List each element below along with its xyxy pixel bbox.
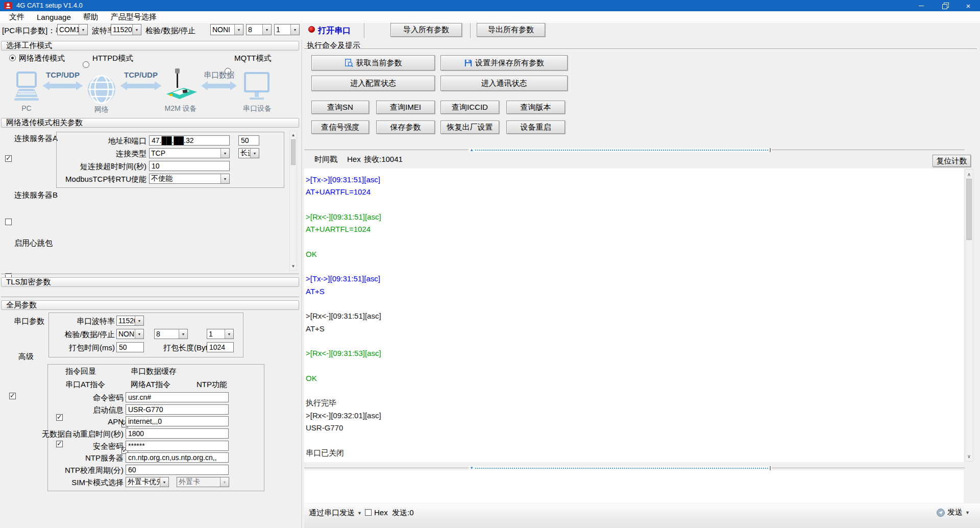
- send-hex-label[interactable]: Hex: [374, 508, 388, 517]
- export-params-button[interactable]: 导出所有参数: [477, 23, 545, 37]
- short-timeout-input[interactable]: 10: [149, 161, 230, 171]
- net-params-scrollbar[interactable]: ▲ ▼: [289, 131, 297, 271]
- chevron-down-icon[interactable]: ▼: [160, 477, 168, 487]
- cmd-password-input[interactable]: usr.cn#: [126, 392, 229, 402]
- radio-net-transparent-label[interactable]: 网络透传模式: [19, 54, 65, 63]
- pack-time-input[interactable]: 50: [116, 342, 144, 352]
- serial-cache-label[interactable]: 串口数据缓存: [131, 367, 177, 376]
- query-iccid-button[interactable]: 查询ICCID: [440, 101, 499, 114]
- radio-mqtt-label[interactable]: MQTT模式: [234, 54, 272, 63]
- security-password-input[interactable]: ******: [126, 441, 229, 451]
- close-button[interactable]: ×: [957, 0, 980, 11]
- save-params-button[interactable]: 保存参数: [376, 121, 435, 134]
- chevron-down-icon[interactable]: ▼: [250, 149, 259, 158]
- enter-config-button[interactable]: 进入配置状态: [311, 76, 435, 91]
- minimize-icon: [919, 6, 924, 6]
- query-sn-button[interactable]: 查询SN: [311, 101, 369, 114]
- advanced-label[interactable]: 高级: [18, 352, 34, 362]
- log-scrollbar[interactable]: ∧ ∨: [965, 169, 973, 462]
- menu-file[interactable]: 文件: [3, 11, 31, 23]
- ntp-label[interactable]: NTP功能: [197, 380, 227, 390]
- server-a-label[interactable]: 连接服务器A: [14, 134, 58, 143]
- query-imei-button[interactable]: 查询IMEI: [376, 101, 435, 114]
- modbus-select[interactable]: 不使能▼: [149, 174, 230, 184]
- stopbits-select[interactable]: 1▼: [274, 24, 300, 35]
- chevron-down-icon[interactable]: ▼: [132, 25, 141, 35]
- send-button[interactable]: 发送 ▼: [937, 508, 970, 517]
- serial-baud-select[interactable]: 115200▼: [116, 316, 144, 326]
- device-restart-button[interactable]: 设备重启: [506, 121, 565, 134]
- restore-button[interactable]: [933, 0, 957, 11]
- query-signal-button[interactable]: 查信号强度: [311, 121, 369, 134]
- timestamp-label[interactable]: 时间戳: [314, 155, 337, 164]
- databits-select[interactable]: 8▼: [246, 24, 272, 35]
- log-splitter-handle[interactable]: ▲: [469, 148, 772, 152]
- radio-net-transparent-mode[interactable]: [9, 55, 16, 61]
- send-hex-checkbox[interactable]: [365, 509, 372, 516]
- sim-mode-label: SIM卡模式选择: [20, 478, 124, 488]
- server-a-address-input[interactable]: 47.██.██.32: [149, 135, 230, 146]
- no-data-restart-input[interactable]: 1800: [126, 428, 229, 439]
- scrollbar-thumb[interactable]: [291, 139, 296, 165]
- set-save-params-button[interactable]: 设置并保存所有参数: [440, 55, 568, 70]
- chevron-down-icon[interactable]: ▼: [220, 149, 229, 158]
- heartbeat-label[interactable]: 启用心跳包: [14, 238, 53, 248]
- chevron-down-icon[interactable]: ▼: [290, 25, 299, 35]
- server-b-label[interactable]: 连接服务器B: [14, 190, 58, 200]
- ntp-server-input[interactable]: cn.ntp.org.cn,us.ntp.org.cn,,: [126, 452, 229, 463]
- chevron-down-icon[interactable]: ▼: [135, 329, 143, 339]
- boot-message-input[interactable]: USR-G770: [126, 404, 229, 415]
- open-port-button[interactable]: 打开串口: [318, 26, 351, 36]
- scroll-down-icon[interactable]: ∨: [965, 453, 973, 459]
- chevron-down-icon[interactable]: ▼: [135, 316, 143, 325]
- send-splitter-handle[interactable]: ▼: [469, 466, 772, 470]
- send-via-serial-dropdown[interactable]: 通过串口发送 ▼: [309, 508, 362, 518]
- log-output[interactable]: >[Tx->][09:31:51][asc] AT+UARTFL=1024 >[…: [304, 169, 964, 462]
- import-params-button[interactable]: 导入所有参数: [390, 23, 462, 37]
- menu-help[interactable]: 帮助: [77, 11, 105, 23]
- menu-language[interactable]: Language: [31, 12, 77, 22]
- menu-product-model[interactable]: 产品型号选择: [105, 11, 163, 23]
- chevron-down-icon[interactable]: ▼: [220, 174, 229, 183]
- tls-params-header[interactable]: TLS加密参数: [1, 277, 299, 287]
- serial-parity-select[interactable]: NONE▼: [116, 329, 144, 339]
- serial-at-label[interactable]: 串口AT指令: [65, 380, 105, 390]
- advanced-checkbox[interactable]: [9, 393, 16, 399]
- scroll-up-icon[interactable]: ▲: [290, 133, 297, 137]
- baud-select[interactable]: 115200▼: [111, 24, 141, 35]
- chevron-down-icon[interactable]: ▼: [179, 329, 187, 339]
- scroll-down-icon[interactable]: ▼: [290, 264, 297, 269]
- scrollbar-thumb[interactable]: [966, 179, 972, 240]
- chevron-down-icon[interactable]: ▼: [225, 329, 233, 339]
- serial-stopbits-select[interactable]: 1▼: [207, 329, 234, 339]
- log-line: 执行完毕: [306, 397, 381, 409]
- sim-primary-select[interactable]: 外置卡优先▼: [126, 477, 169, 487]
- query-version-button[interactable]: 查询版本: [506, 101, 565, 114]
- send-input-area[interactable]: [304, 470, 964, 503]
- minimize-button[interactable]: [910, 0, 933, 11]
- server-b-checkbox[interactable]: [5, 219, 12, 225]
- com-port-select[interactable]: COM10▼: [57, 24, 88, 35]
- conn-type-select[interactable]: TCP▼: [149, 148, 230, 158]
- ntp-period-input[interactable]: 60: [126, 465, 229, 475]
- radio-httpd-mode[interactable]: [83, 61, 89, 68]
- apn-input[interactable]: internet,,,0: [126, 416, 229, 426]
- serial-databits-select[interactable]: 8▼: [154, 329, 188, 339]
- server-a-port-input[interactable]: 50: [238, 135, 259, 146]
- chevron-down-icon[interactable]: ▼: [79, 25, 87, 35]
- parity-select[interactable]: NONI▼: [210, 24, 243, 35]
- factory-reset-button[interactable]: 恢复出厂设置: [440, 121, 499, 134]
- reset-counter-button[interactable]: 复位计数: [933, 155, 971, 167]
- get-params-button[interactable]: 获取当前参数: [311, 55, 435, 70]
- cmd-echo-label[interactable]: 指令回显: [65, 367, 96, 376]
- chevron-down-icon[interactable]: ▼: [234, 25, 243, 35]
- chevron-down-icon[interactable]: ▼: [262, 25, 271, 35]
- pack-len-input[interactable]: 1024: [207, 342, 234, 352]
- log-hex-label[interactable]: Hex: [347, 155, 361, 163]
- conn-mode-select[interactable]: 长连接▼: [238, 148, 259, 158]
- scroll-up-icon[interactable]: ∧: [965, 172, 973, 177]
- server-a-checkbox[interactable]: [5, 155, 12, 162]
- enter-comm-button[interactable]: 进入通讯状态: [440, 76, 568, 91]
- radio-httpd-label[interactable]: HTTPD模式: [92, 54, 133, 63]
- net-at-label[interactable]: 网络AT指令: [131, 380, 170, 390]
